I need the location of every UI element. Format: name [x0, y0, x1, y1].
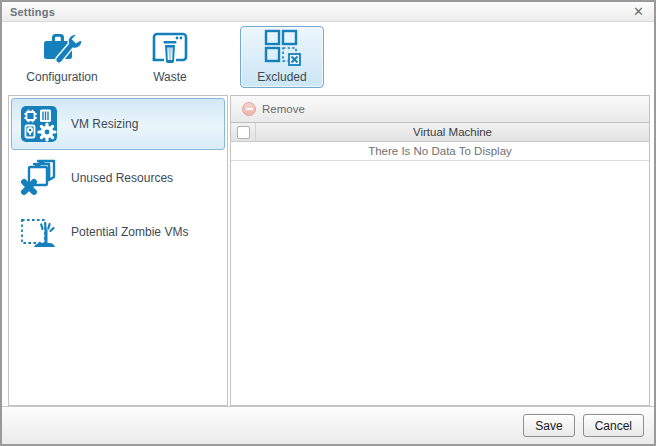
- remove-button[interactable]: Remove: [242, 102, 305, 116]
- category-vm-resizing[interactable]: VM Resizing: [11, 98, 225, 150]
- column-header-virtual-machine[interactable]: Virtual Machine: [256, 123, 649, 141]
- save-button[interactable]: Save: [523, 414, 574, 437]
- grid-toolbar: Remove: [231, 96, 649, 123]
- unused-resources-icon: [20, 159, 58, 197]
- select-all-checkbox[interactable]: [237, 126, 250, 139]
- window-trash-icon: [150, 27, 190, 68]
- vm-resizing-icon: [20, 105, 58, 143]
- category-potential-zombie-vms[interactable]: Potential Zombie VMs: [11, 206, 225, 258]
- excluded-vms-panel: Remove Virtual Machine There Is No Data …: [230, 95, 650, 406]
- close-icon[interactable]: ✕: [631, 5, 646, 18]
- tab-waste-label: Waste: [153, 71, 187, 84]
- category-list: VM Resizing Unused Resources: [8, 95, 228, 406]
- tab-excluded-label: Excluded: [257, 71, 306, 84]
- empty-table-message: There Is No Data To Display: [231, 142, 649, 161]
- remove-button-label: Remove: [262, 103, 305, 115]
- title-bar: Settings ✕: [2, 2, 654, 22]
- category-unused-resources-label: Unused Resources: [71, 171, 173, 185]
- select-all-cell: [231, 123, 256, 141]
- table-header-row: Virtual Machine: [231, 123, 649, 142]
- excluded-grid-icon: [262, 27, 302, 68]
- toolbox-wrench-icon: [39, 27, 85, 68]
- settings-dialog: Settings ✕ Configuration: [0, 0, 656, 446]
- category-unused-resources[interactable]: Unused Resources: [11, 152, 225, 204]
- cancel-button[interactable]: Cancel: [583, 414, 644, 437]
- remove-minus-icon: [242, 102, 256, 116]
- tab-configuration[interactable]: Configuration: [14, 26, 110, 88]
- tab-excluded[interactable]: Excluded: [240, 26, 324, 88]
- category-potential-zombie-vms-label: Potential Zombie VMs: [71, 225, 188, 239]
- category-vm-resizing-label: VM Resizing: [71, 117, 138, 131]
- window-title: Settings: [10, 6, 55, 18]
- dialog-footer: Save Cancel: [2, 406, 654, 444]
- tab-waste[interactable]: Waste: [130, 26, 210, 88]
- tab-configuration-label: Configuration: [26, 71, 97, 84]
- zombie-vm-icon: [20, 213, 58, 251]
- settings-tab-bar: Configuration Waste: [2, 24, 654, 94]
